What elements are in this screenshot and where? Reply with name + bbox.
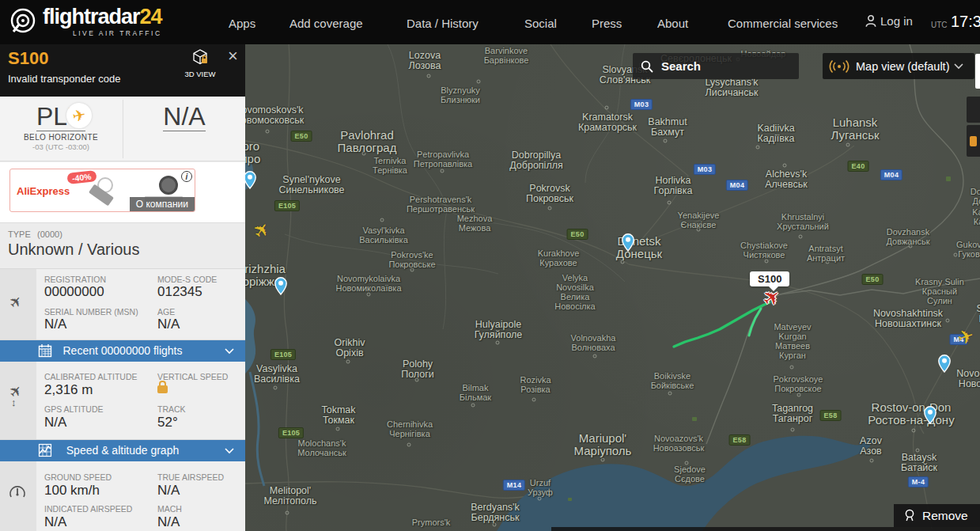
flight-subtitle: Invalid transponder code xyxy=(8,73,120,85)
remove-label: Remove xyxy=(922,509,968,523)
ad-brand: AliExpress xyxy=(17,185,70,197)
flightradar24-logo[interactable]: flightradar24 LIVE AIR TRAFFIC xyxy=(8,6,162,37)
flight-detail-sidebar: S100 Invalid transponder code 3D VIEW × … xyxy=(0,44,245,531)
field-value: 52° xyxy=(157,415,178,430)
lock-icon xyxy=(157,385,168,393)
ad-product-image xyxy=(159,176,178,195)
login-button[interactable]: Log in xyxy=(865,14,913,28)
brand-number: 24 xyxy=(140,5,162,28)
destination-code-link[interactable]: N/A xyxy=(163,103,205,131)
field-value: N/A xyxy=(44,514,66,530)
route-destination: N/A xyxy=(123,97,245,131)
field-label: CALIBRATED ALTITUDE xyxy=(44,372,137,381)
field-label: TRUE AIRSPEED xyxy=(157,472,224,482)
utc-clock: 17:30 xyxy=(951,13,980,31)
radar-logo-icon xyxy=(8,6,38,36)
field-value: 2,316 m xyxy=(44,382,93,398)
section-rail: ✈ xyxy=(0,269,36,339)
nav-item-apps[interactable]: Apps xyxy=(229,17,255,30)
brand-tagline: LIVE AIR TRAFFIC xyxy=(43,30,162,37)
map-control-tile[interactable] xyxy=(967,97,980,123)
search-icon xyxy=(641,60,653,73)
field-value: N/A xyxy=(157,514,180,530)
map-canvas[interactable]: LozovaЛозоваBarvinkoveБарвінковеSlovyans… xyxy=(245,44,980,531)
field-value: N/A xyxy=(44,317,66,332)
search-label: Search xyxy=(661,59,701,73)
field-label: REGISTRATION xyxy=(44,275,106,284)
map-view-label: Map view (default) xyxy=(856,60,949,73)
speed-altitude-graph-bar[interactable]: Speed & altitude graph xyxy=(0,440,245,461)
field-label: TRACK xyxy=(157,404,186,414)
vertical-arrows-icon: ↕ xyxy=(11,396,17,408)
signal-icon xyxy=(829,59,849,74)
route-panel: PLU BELO HORIZONTE -03 (UTC -03:00) ✈ N/… xyxy=(0,97,245,161)
sidebar-header: S100 Invalid transponder code 3D VIEW × xyxy=(0,44,245,97)
nav-item-social[interactable]: Social xyxy=(524,17,557,30)
location-pin[interactable] xyxy=(938,355,951,376)
type-value: Unknown / Various xyxy=(8,241,139,259)
graph-bar-label: Speed & altitude graph xyxy=(0,444,245,457)
user-icon xyxy=(865,15,876,28)
speed-section: GROUND SPEED 100 km/h TRUE AIRSPEED N/A … xyxy=(0,461,245,531)
3d-view-button[interactable]: 3D VIEW xyxy=(182,48,218,78)
nav-item-data-history[interactable]: Data / History xyxy=(407,17,479,30)
map-control-icon xyxy=(970,136,977,146)
brand-name: flightradar xyxy=(43,5,140,28)
field-value: N/A xyxy=(157,483,180,499)
close-icon[interactable]: × xyxy=(228,46,238,66)
ad-banner[interactable]: AliExpress -40% О компании i xyxy=(9,169,195,212)
remove-filter-button[interactable]: Remove xyxy=(894,504,980,527)
field-label: VERTICAL SPEED xyxy=(157,372,228,381)
location-pin[interactable] xyxy=(622,233,634,255)
altitude-section: ✈ ↕ CALIBRATED ALTITUDE 2,316 m VERTICAL… xyxy=(0,362,245,440)
section-rail: ✈ ↕ xyxy=(0,362,36,439)
cube-3d-icon xyxy=(191,48,209,66)
recent-flights-label: Recent 00000000 flights xyxy=(0,344,245,357)
utc-label: UTC xyxy=(931,21,948,29)
chevron-down-icon xyxy=(954,63,963,70)
badge-icon xyxy=(903,509,916,522)
3d-view-label: 3D VIEW xyxy=(182,70,218,78)
field-label: MACH xyxy=(157,504,182,514)
nav-item-commercial-services[interactable]: Commercial services xyxy=(728,17,838,30)
field-value: N/A xyxy=(44,415,66,430)
nav-item-add-coverage[interactable]: Add coverage xyxy=(289,17,363,30)
field-label: AGE xyxy=(157,307,175,317)
location-pin[interactable] xyxy=(274,277,287,298)
field-label: GROUND SPEED xyxy=(44,472,112,482)
field-label: MODE-S CODE xyxy=(157,275,217,284)
field-label: GPS ALTITUDE xyxy=(44,404,104,414)
attribution-bar xyxy=(551,527,980,531)
origin-timezone: -03 (UTC -03:00) xyxy=(0,142,122,151)
airplane-icon: ✈ xyxy=(5,291,27,313)
top-navigation-bar: flightradar24 LIVE AIR TRAFFIC Apps Add … xyxy=(0,0,980,44)
field-value: N/A xyxy=(157,317,180,332)
aircraft-details-section: ✈ REGISTRATION 00000000 MODE-S CODE 0123… xyxy=(0,269,245,340)
recent-flights-bar[interactable]: Recent 00000000 flights xyxy=(0,340,245,362)
field-label: INDICATED AIRSPEED xyxy=(44,504,132,514)
search-input[interactable]: Search xyxy=(633,53,799,79)
nav-item-press[interactable]: Press xyxy=(592,17,622,30)
ad-info-icon[interactable]: i xyxy=(181,171,192,182)
origin-city: BELO HORIZONTE xyxy=(0,133,122,142)
map-view-dropdown[interactable]: Map view (default) xyxy=(823,53,974,79)
ad-discount-badge: -40% xyxy=(66,170,96,184)
map-control-partial[interactable] xyxy=(975,54,980,89)
route-origin: PLU BELO HORIZONTE -03 (UTC -03:00) xyxy=(0,97,122,151)
location-pin[interactable] xyxy=(924,406,936,427)
aircraft-type-panel: TYPE (0000) Unknown / Various xyxy=(0,223,245,269)
flight-callsign: S100 xyxy=(8,48,48,69)
chevron-down-icon xyxy=(225,448,234,454)
nav-item-about[interactable]: About xyxy=(657,17,688,30)
type-label: TYPE xyxy=(8,229,31,239)
location-pin[interactable] xyxy=(245,171,256,192)
ad-overlay-label[interactable]: О компании xyxy=(130,197,195,211)
flight-trail xyxy=(245,44,980,531)
type-code: (0000) xyxy=(37,229,62,239)
field-value: 00000000 xyxy=(44,284,104,300)
selected-aircraft-tooltip: S100 xyxy=(750,271,789,286)
field-value: 012345 xyxy=(157,284,202,300)
lock-icon xyxy=(202,59,207,63)
section-rail xyxy=(0,461,36,531)
chevron-down-icon xyxy=(225,348,234,355)
